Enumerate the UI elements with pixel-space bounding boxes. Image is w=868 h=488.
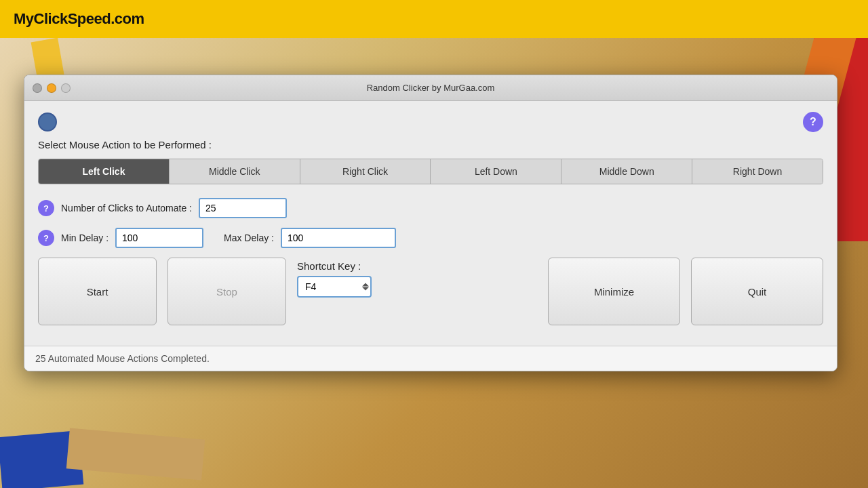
deco-tan (66, 428, 205, 480)
minimize-app-button[interactable]: Minimize (548, 258, 680, 325)
buttons-row: Start Stop Shortcut Key : F1 F2 F3 F4 F5… (38, 258, 823, 325)
clicks-help-icon[interactable]: ? (38, 200, 54, 216)
tab-right-click[interactable]: Right Click (300, 159, 431, 184)
window-content: ? Select Mouse Action to be Performed : … (24, 101, 837, 346)
action-tabs: Left Click Middle Click Right Click Left… (38, 159, 823, 184)
minimize-button[interactable] (47, 83, 56, 93)
tab-middle-click[interactable]: Middle Click (170, 159, 300, 184)
min-delay-input[interactable] (115, 228, 203, 248)
app-window: Random Clicker by MurGaa.com ? Select Mo… (24, 75, 837, 371)
start-button[interactable]: Start (38, 258, 157, 325)
maximize-button[interactable] (61, 83, 71, 93)
max-delay-input[interactable] (281, 228, 396, 248)
shortcut-select[interactable]: F1 F2 F3 F4 F5 F6 F7 F8 F9 F10 F11 F12 (297, 276, 372, 298)
top-row: ? (38, 112, 823, 132)
close-button[interactable] (33, 83, 42, 93)
shortcut-group: Shortcut Key : F1 F2 F3 F4 F5 F6 F7 F8 F… (297, 258, 372, 298)
status-bar: 25 Automated Mouse Actions Completed. (24, 346, 837, 371)
clicks-row: ? Number of Clicks to Automate : (38, 198, 823, 218)
stop-button[interactable]: Stop (167, 258, 286, 325)
help-icon[interactable]: ? (803, 112, 823, 132)
clicks-input[interactable] (199, 198, 287, 218)
tab-left-click[interactable]: Left Click (39, 159, 170, 184)
max-delay-label: Max Delay : (224, 232, 274, 243)
shortcut-select-wrapper: F1 F2 F3 F4 F5 F6 F7 F8 F9 F10 F11 F12 (297, 276, 372, 298)
clicks-label: Number of Clicks to Automate : (61, 203, 192, 214)
quit-button[interactable]: Quit (691, 258, 823, 325)
min-delay-label: Min Delay : (61, 232, 108, 243)
status-dot (38, 113, 57, 131)
traffic-lights (33, 83, 71, 93)
window-title: Random Clicker by MurGaa.com (367, 83, 495, 93)
tab-left-down[interactable]: Left Down (431, 159, 561, 184)
site-title: MyClickSpeed.com (14, 10, 144, 28)
delay-row: ? Min Delay : Max Delay : (38, 228, 823, 248)
shortcut-label: Shortcut Key : (297, 260, 372, 272)
tab-middle-down[interactable]: Middle Down (561, 159, 692, 184)
mouse-action-label: Select Mouse Action to be Performed : (38, 139, 823, 150)
delay-help-icon[interactable]: ? (38, 230, 54, 246)
title-bar: Random Clicker by MurGaa.com (24, 75, 837, 101)
tab-right-down[interactable]: Right Down (692, 159, 823, 184)
site-header: MyClickSpeed.com (0, 0, 868, 38)
status-message: 25 Automated Mouse Actions Completed. (35, 353, 210, 364)
